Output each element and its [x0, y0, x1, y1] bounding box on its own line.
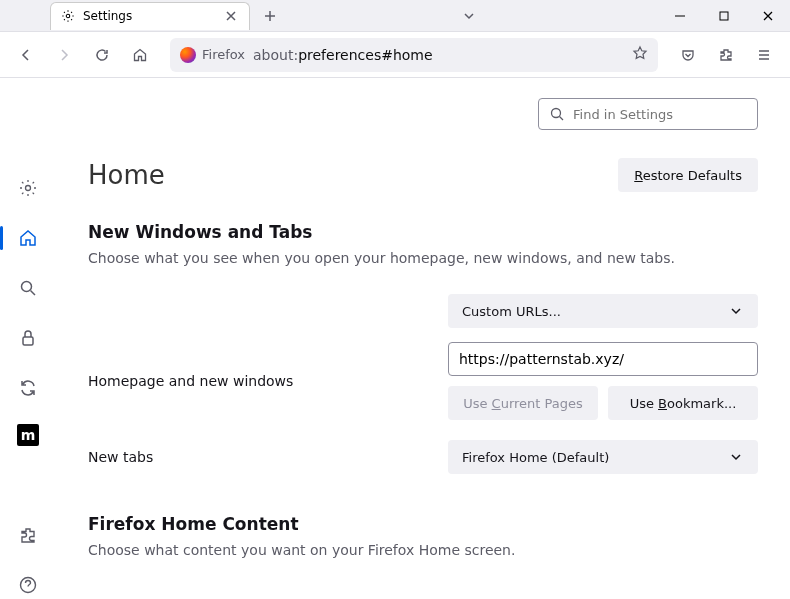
search-input[interactable]	[573, 107, 747, 122]
extensions-button[interactable]	[710, 39, 742, 71]
settings-search[interactable]	[538, 98, 758, 130]
window-controls	[658, 0, 790, 32]
pocket-button[interactable]	[672, 39, 704, 71]
home-button[interactable]	[124, 39, 156, 71]
browser-tab[interactable]: Settings	[50, 2, 250, 30]
close-window-button[interactable]	[746, 0, 790, 32]
svg-point-2	[26, 186, 31, 191]
minimize-button[interactable]	[658, 0, 702, 32]
select-value: Firefox Home (Default)	[462, 450, 609, 465]
section-heading: Firefox Home Content	[88, 514, 758, 534]
forward-button[interactable]	[48, 39, 80, 71]
svg-point-6	[552, 109, 561, 118]
new-tab-button[interactable]	[256, 2, 284, 30]
maximize-button[interactable]	[702, 0, 746, 32]
chevron-down-icon	[728, 449, 744, 465]
page-title: Home	[88, 160, 165, 190]
sidebar-item-home[interactable]	[14, 224, 42, 252]
svg-point-3	[22, 282, 32, 292]
homepage-mode-select[interactable]: Custom URLs...	[448, 294, 758, 328]
use-bookmark-button[interactable]: Use Bookmark...	[608, 386, 758, 420]
sidebar-item-sync[interactable]	[14, 374, 42, 402]
tabs-overflow-button[interactable]	[454, 1, 484, 31]
tab-title: Settings	[83, 9, 215, 23]
sidebar-item-extensions[interactable]	[14, 521, 42, 549]
firefox-logo-icon	[180, 47, 196, 63]
section-description: Choose what content you want on your Fir…	[88, 542, 758, 558]
settings-main: Home Restore Defaults New Windows and Ta…	[56, 78, 790, 599]
url-text: about:preferences#home	[253, 47, 624, 63]
close-icon[interactable]	[223, 8, 239, 24]
bookmark-star-icon[interactable]	[632, 45, 648, 65]
app-menu-button[interactable]	[748, 39, 780, 71]
svg-point-0	[66, 14, 70, 18]
svg-rect-4	[23, 337, 33, 345]
search-icon	[549, 106, 565, 122]
svg-rect-1	[720, 12, 728, 20]
use-current-pages-button[interactable]: Use Current Pages	[448, 386, 598, 420]
sidebar-item-search[interactable]	[14, 274, 42, 302]
newtabs-label: New tabs	[88, 449, 388, 465]
identity-label: Firefox	[202, 47, 245, 62]
window-titlebar: Settings	[0, 0, 790, 32]
sidebar-item-help[interactable]	[14, 571, 42, 599]
sidebar-item-more[interactable]: m	[17, 424, 39, 446]
gear-icon	[61, 9, 75, 23]
restore-defaults-button[interactable]: Restore Defaults	[618, 158, 758, 192]
back-button[interactable]	[10, 39, 42, 71]
newtabs-select[interactable]: Firefox Home (Default)	[448, 440, 758, 474]
select-value: Custom URLs...	[462, 304, 561, 319]
content-area: m Home Restore Defaults New Windows and …	[0, 78, 790, 599]
settings-sidebar: m	[0, 78, 56, 599]
section-description: Choose what you see when you open your h…	[88, 250, 758, 266]
reload-button[interactable]	[86, 39, 118, 71]
homepage-label: Homepage and new windows	[88, 373, 388, 389]
section-heading: New Windows and Tabs	[88, 222, 758, 242]
browser-toolbar: Firefox about:preferences#home	[0, 32, 790, 78]
homepage-url-input[interactable]	[448, 342, 758, 376]
sidebar-item-general[interactable]	[14, 174, 42, 202]
chevron-down-icon	[728, 303, 744, 319]
url-bar[interactable]: Firefox about:preferences#home	[170, 38, 658, 72]
identity-box[interactable]: Firefox	[180, 47, 245, 63]
sidebar-item-privacy[interactable]	[14, 324, 42, 352]
